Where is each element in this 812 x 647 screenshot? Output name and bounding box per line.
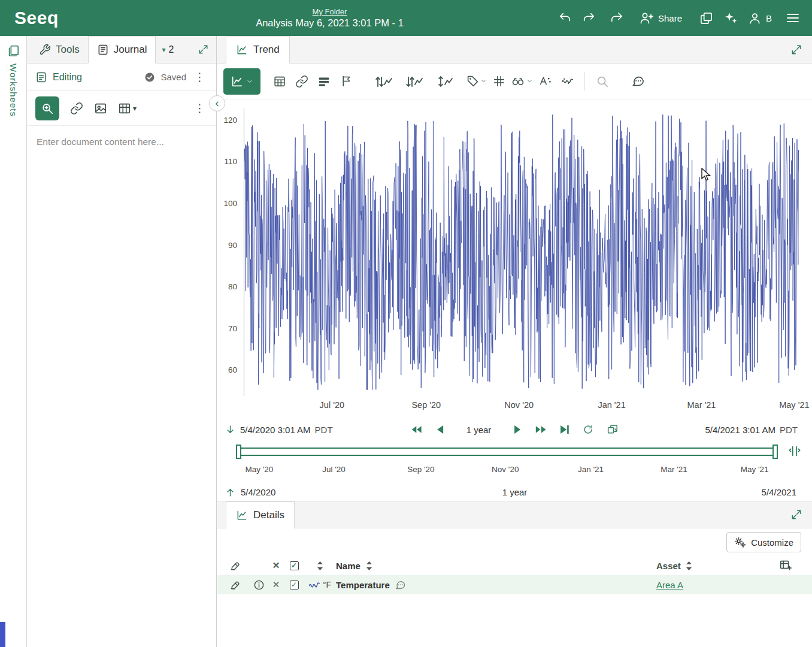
shared-axis-icon [436, 75, 454, 88]
x-tick-label: Nov '20 [504, 400, 534, 410]
tab-journal[interactable]: Journal [88, 36, 156, 64]
insert-item-link-button[interactable] [35, 96, 59, 120]
journal-count-dropdown[interactable]: ▾ 2 [156, 36, 180, 63]
insert-image-button[interactable] [94, 102, 107, 115]
item-name[interactable]: Temperature [336, 580, 390, 590]
range-duration[interactable]: 1 year [502, 487, 528, 497]
step-forward-half-icon[interactable] [514, 425, 522, 434]
select-all-checkbox[interactable]: ✓ [284, 561, 304, 570]
samples-button[interactable] [557, 71, 577, 92]
table-grid-icon [273, 75, 286, 88]
refresh-icon[interactable] [583, 424, 593, 435]
redo-icon[interactable] [582, 11, 595, 25]
insert-link-button[interactable] [70, 102, 83, 115]
dimming-button[interactable] [336, 71, 356, 92]
copy-range-icon[interactable] [607, 424, 619, 436]
expand-details-icon[interactable] [790, 509, 802, 521]
tab-trend[interactable]: Trend [226, 36, 290, 64]
name-column-header[interactable]: Name [336, 561, 360, 571]
chart-type-button[interactable] [223, 68, 260, 95]
range-slider[interactable] [237, 448, 777, 456]
worksheets-tab[interactable]: Worksheets [0, 36, 26, 117]
seeq-logo[interactable]: Seeq [0, 8, 73, 28]
sort-icon[interactable] [365, 561, 373, 570]
journal-editor[interactable]: Enter document content here... [27, 126, 216, 158]
display-duration[interactable]: 1 year [466, 425, 492, 435]
sort-icon[interactable] [685, 561, 693, 570]
breadcrumb[interactable]: My Folder [313, 7, 347, 16]
item-info-icon[interactable] [250, 579, 268, 591]
value-labels-button[interactable] [535, 71, 555, 92]
share-button[interactable]: Share [640, 11, 682, 25]
annotate-button[interactable] [628, 71, 648, 92]
table-view-button[interactable] [269, 71, 290, 92]
journal-kebab-menu[interactable]: ⋮ [192, 70, 208, 84]
sort-icon[interactable] [304, 561, 336, 570]
customize-button[interactable]: Customize [726, 532, 801, 552]
user-icon [748, 11, 762, 25]
display-end[interactable]: 5/4/2021 3:01 AM [705, 425, 775, 435]
journal-status-row: Editing Saved ⋮ [27, 64, 216, 91]
duplicate-worksheet-icon[interactable] [699, 11, 713, 25]
item-asset-link[interactable]: Area A [656, 580, 683, 590]
range-slider-left-handle[interactable] [236, 445, 241, 459]
gears-icon [734, 537, 746, 548]
editing-indicator: Editing [35, 71, 82, 83]
line-chart-icon [231, 75, 244, 88]
x-axis[interactable]: Jul '20Sep '20Nov '20Jan '21Mar '21May '… [244, 400, 799, 415]
user-menu[interactable]: B [748, 11, 772, 25]
remove-all-icon[interactable]: ✕ [268, 560, 284, 571]
expand-trend-icon[interactable] [790, 44, 802, 56]
ai-assistant-icon[interactable] [723, 11, 738, 25]
range-end[interactable]: 5/4/2021 [762, 487, 796, 497]
details-row-temperature[interactable]: ✕ ✓ °F Temperature Area A [217, 575, 812, 594]
capsule-time-button[interactable] [314, 71, 334, 92]
link-icon [70, 102, 83, 115]
asset-column-header[interactable]: Asset [656, 561, 681, 571]
eraser-icon[interactable] [229, 579, 250, 591]
journal-toolbar-kebab[interactable]: ⋮ [192, 101, 208, 115]
journal-tab-label: Journal [114, 44, 147, 56]
range-slider-right-handle[interactable] [772, 445, 778, 459]
separate-lanes-button[interactable] [404, 71, 425, 92]
temperature-series[interactable] [244, 114, 799, 389]
chevron-down-icon: ▾ [162, 46, 165, 54]
display-start[interactable]: 5/4/2020 3:01 AM [240, 425, 311, 435]
range-anchor-icon[interactable] [225, 486, 236, 498]
comment-bubble-icon[interactable] [395, 579, 406, 591]
item-checkbox[interactable]: ✓ [284, 581, 304, 589]
start-anchor-icon[interactable] [225, 424, 236, 436]
tag-icon [466, 75, 479, 87]
eraser-icon[interactable] [229, 560, 250, 572]
range-start[interactable]: 5/4/2020 [241, 487, 275, 497]
signal-icon [308, 581, 320, 589]
add-column-icon[interactable] [770, 559, 801, 572]
insert-table-button[interactable]: ▾ [118, 102, 137, 115]
remove-item-icon[interactable]: ✕ [268, 579, 284, 590]
fit-range-icon[interactable] [788, 445, 801, 458]
hamburger-menu-icon[interactable] [786, 11, 800, 25]
share-forward-icon[interactable] [610, 11, 623, 25]
chain-view-button[interactable] [292, 71, 312, 92]
zoom-button[interactable] [592, 71, 613, 92]
shared-axis-button[interactable] [435, 71, 455, 92]
step-back-full-icon[interactable] [411, 425, 423, 434]
collapse-panel-button[interactable]: ‹ [209, 95, 225, 111]
step-back-half-icon[interactable] [436, 425, 444, 434]
x-tick-label: Sep '20 [411, 400, 441, 410]
tab-details[interactable]: Details [226, 501, 295, 528]
one-lane-button[interactable] [374, 71, 394, 92]
expand-journal-icon[interactable] [198, 44, 209, 55]
labels-dropdown-button[interactable] [466, 71, 487, 92]
step-forward-full-icon[interactable] [535, 425, 547, 434]
undo-icon[interactable] [559, 11, 572, 25]
y-axis[interactable]: 12011010090807060 [217, 108, 240, 396]
trend-chart-area[interactable]: 12011010090807060 Jul '20Sep '20Nov '20J… [217, 99, 812, 418]
y-tick-label: 100 [223, 199, 237, 208]
tab-tools[interactable]: Tools [31, 36, 88, 63]
gridlines-button[interactable] [489, 71, 509, 92]
details-header-row: ✕ ✓ Name Asset [217, 556, 812, 575]
trend-plot[interactable] [244, 108, 799, 396]
compare-view-button[interactable] [511, 71, 533, 92]
step-to-end-icon[interactable] [560, 425, 569, 434]
